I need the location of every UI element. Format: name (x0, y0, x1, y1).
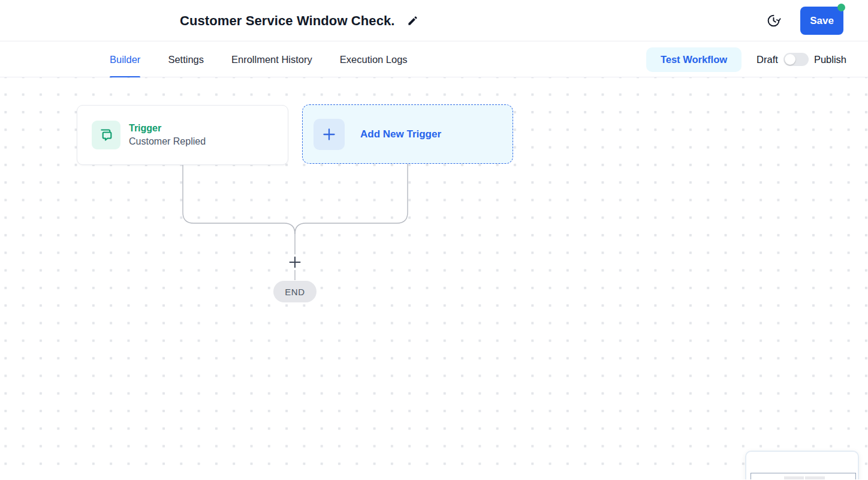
minimap-panel[interactable] (745, 451, 859, 479)
test-workflow-button[interactable]: Test Workflow (646, 47, 742, 72)
chat-bubbles-icon (98, 127, 114, 143)
publish-toggle-group: Draft Publish (757, 53, 846, 66)
trigger-node-subtitle: Customer Replied (129, 136, 206, 147)
tab-builder[interactable]: Builder (110, 41, 140, 77)
plus-icon (289, 256, 301, 268)
minimap-node (784, 476, 804, 479)
history-button[interactable] (765, 13, 781, 29)
trigger-node-texts: Trigger Customer Replied (129, 123, 206, 147)
trigger-node-title: Trigger (129, 123, 206, 134)
unsaved-changes-dot (837, 4, 845, 11)
connector-trigger-branch (183, 165, 295, 254)
minimap-viewport[interactable] (751, 473, 856, 479)
workflow-title: Customer Service Window Check. (180, 13, 395, 29)
draft-label: Draft (757, 54, 778, 65)
workflow-controls: Test Workflow Draft Publish (646, 41, 846, 77)
workflow-canvas[interactable]: Trigger Customer Replied Add New Trigger… (0, 77, 868, 479)
workflow-title-group: Customer Service Window Check. (180, 0, 420, 41)
header-actions: Save (765, 0, 843, 41)
tab-enrollment-history[interactable]: Enrollment History (231, 41, 312, 77)
toggle-knob (785, 54, 795, 65)
publish-toggle[interactable] (783, 53, 809, 66)
add-trigger-plus-box (314, 119, 345, 150)
minimap-node (805, 476, 825, 479)
tabs: Builder Settings Enrollment History Exec… (110, 41, 408, 77)
trigger-icon-box (92, 121, 120, 149)
add-new-trigger-label: Add New Trigger (360, 128, 441, 140)
pencil-icon (407, 15, 418, 26)
save-button-wrap: Save (800, 7, 843, 35)
end-node: END (273, 281, 317, 302)
trigger-node-card[interactable]: Trigger Customer Replied (77, 105, 288, 165)
plus-icon (321, 127, 337, 142)
history-icon (766, 13, 781, 28)
add-new-trigger-card[interactable]: Add New Trigger (302, 104, 513, 164)
save-button[interactable]: Save (800, 7, 843, 35)
connector-addtrigger-branch (295, 164, 408, 234)
publish-label: Publish (814, 54, 846, 65)
add-node-button[interactable] (288, 256, 302, 269)
tab-settings[interactable]: Settings (168, 41, 204, 77)
edit-title-button[interactable] (406, 14, 420, 28)
tab-bar: Builder Settings Enrollment History Exec… (0, 41, 868, 77)
header: Customer Service Window Check. Save (0, 0, 868, 41)
tab-execution-logs[interactable]: Execution Logs (340, 41, 408, 77)
